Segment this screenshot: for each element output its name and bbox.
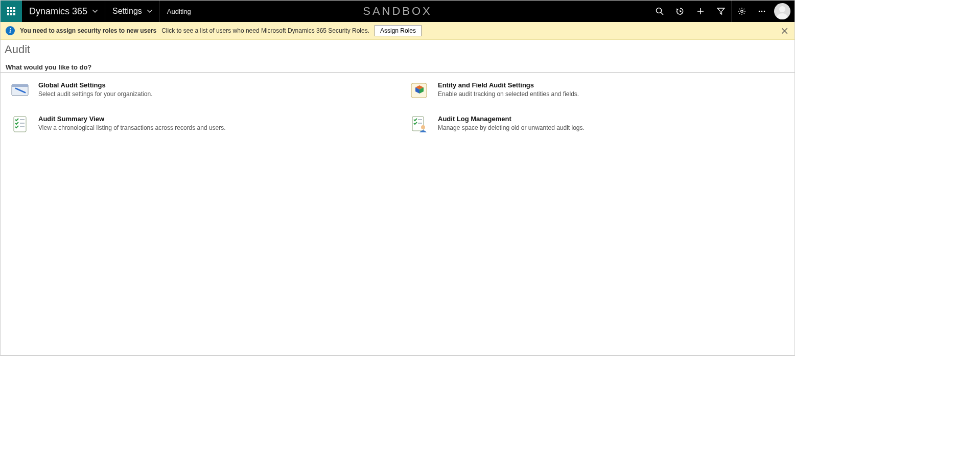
section-title: What would you like to do?: [1, 61, 795, 73]
quick-create-button[interactable]: [690, 1, 711, 22]
search-icon: [656, 7, 664, 15]
gear-icon: [738, 7, 746, 15]
svg-rect-3: [7, 10, 9, 12]
person-icon: [774, 3, 790, 19]
svg-point-14: [759, 11, 760, 12]
svg-point-34: [421, 125, 425, 129]
tile-desc: Manage space by deleting old or unwanted…: [438, 124, 585, 131]
notification-close-button[interactable]: [780, 28, 789, 34]
svg-rect-4: [10, 10, 12, 12]
nav-subarea-label: Auditing: [167, 8, 191, 15]
filter-icon: [717, 7, 725, 15]
svg-rect-1: [10, 7, 12, 9]
tile-entity-field-audit-settings[interactable]: Entity and Field Audit Settings Enable a…: [410, 78, 789, 112]
nav-app-name[interactable]: Dynamics 365: [22, 1, 105, 22]
tile-global-audit-settings[interactable]: Global Audit Settings Select audit setti…: [11, 78, 390, 112]
audit-tile-grid: Global Audit Settings Select audit setti…: [1, 73, 795, 151]
svg-line-10: [661, 13, 664, 15]
svg-rect-6: [7, 13, 9, 15]
environment-label: SANDBOX: [363, 5, 432, 18]
svg-point-13: [740, 10, 742, 12]
nav-area-label: Settings: [112, 7, 142, 16]
help-button[interactable]: [752, 1, 772, 22]
tile-desc: Enable audit tracking on selected entiti…: [438, 90, 579, 98]
settings-button[interactable]: [731, 1, 752, 22]
svg-rect-7: [10, 13, 12, 15]
info-icon: i: [6, 26, 15, 35]
tile-desc: Select audit settings for your organizat…: [38, 90, 152, 98]
nav-right: [649, 1, 795, 22]
svg-rect-2: [13, 7, 15, 9]
top-nav: Dynamics 365 Settings Auditing SANDBOX: [1, 1, 795, 22]
nav-app-label: Dynamics 365: [29, 6, 87, 17]
svg-point-15: [761, 11, 763, 12]
nav-area[interactable]: Settings: [105, 1, 160, 22]
tile-title: Global Audit Settings: [38, 81, 152, 89]
svg-rect-21: [12, 84, 28, 87]
checklist-icon: [11, 115, 29, 133]
notification-message: Click to see a list of users who need Mi…: [161, 27, 369, 34]
search-button[interactable]: [649, 1, 670, 22]
tile-desc: View a chronological listing of transact…: [38, 124, 226, 131]
chevron-down-icon: [147, 10, 152, 13]
svg-rect-8: [13, 13, 15, 15]
tile-audit-log-management[interactable]: Audit Log Management Manage space by del…: [410, 112, 789, 146]
notification-bar: i You need to assign security roles to n…: [1, 22, 795, 40]
svg-rect-0: [7, 7, 9, 9]
history-icon: [676, 7, 684, 15]
advanced-find-button[interactable]: [711, 1, 731, 22]
notification-title: You need to assign security roles to new…: [20, 27, 156, 34]
log-user-icon: [410, 115, 429, 133]
waffle-icon: [7, 7, 15, 15]
page-title: Audit: [1, 40, 795, 61]
assign-roles-button[interactable]: Assign Roles: [375, 25, 422, 36]
close-icon: [782, 28, 787, 34]
more-icon: [758, 7, 766, 15]
chevron-down-icon: [92, 10, 98, 13]
nav-subarea[interactable]: Auditing: [160, 1, 198, 22]
tile-audit-summary-view[interactable]: Audit Summary View View a chronological …: [11, 112, 390, 146]
plus-icon: [696, 7, 705, 15]
svg-point-16: [764, 11, 765, 12]
user-avatar[interactable]: [774, 3, 790, 19]
tile-title: Entity and Field Audit Settings: [438, 81, 579, 89]
settings-form-icon: [11, 81, 29, 100]
svg-point-9: [657, 8, 662, 13]
app-launcher-button[interactable]: [1, 1, 22, 22]
svg-rect-5: [13, 10, 15, 12]
recent-button[interactable]: [670, 1, 690, 22]
tile-title: Audit Log Management: [438, 115, 585, 123]
entity-boxes-icon: [410, 81, 429, 100]
svg-point-17: [779, 6, 785, 12]
tile-title: Audit Summary View: [38, 115, 226, 123]
